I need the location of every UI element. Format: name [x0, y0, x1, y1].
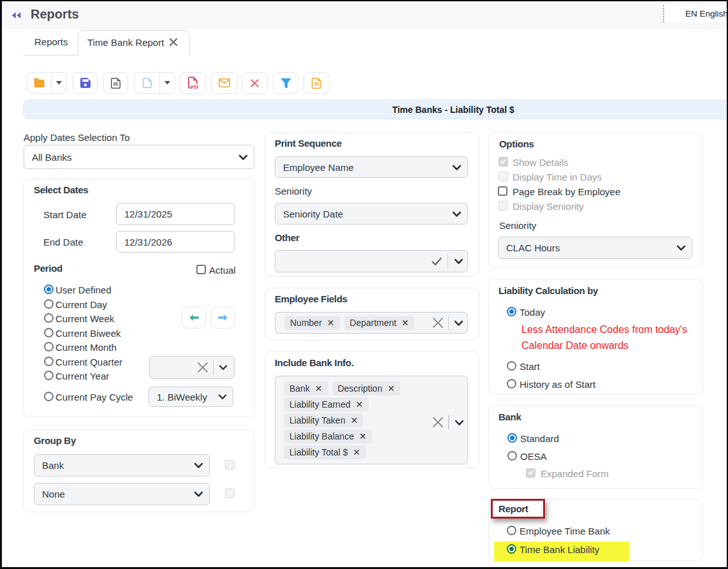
svg-text:PDF: PDF [191, 85, 198, 89]
